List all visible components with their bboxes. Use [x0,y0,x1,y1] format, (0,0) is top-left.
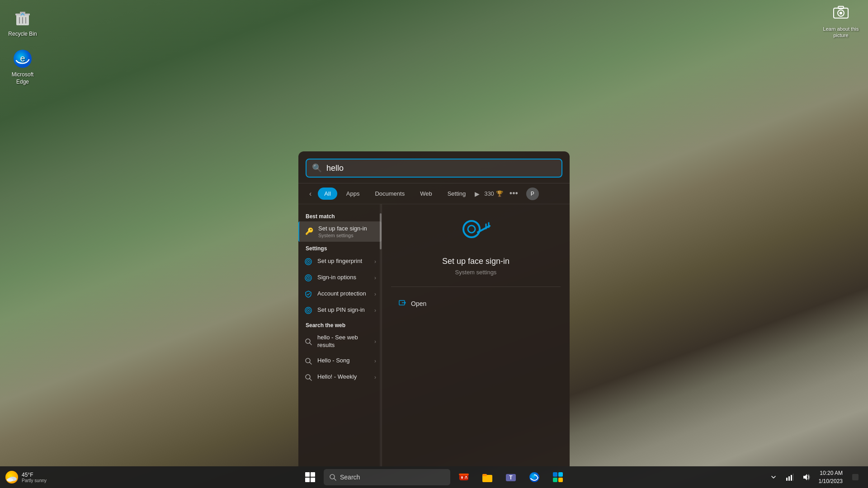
svg-line-22 [310,343,311,345]
pin-signin-arrow: › [374,307,376,314]
account-protection-icon [304,290,313,299]
search-left-panel: Best match 🔑 Set up face sign-in System … [298,204,382,466]
open-button[interactable]: Open [391,294,561,313]
svg-point-44 [465,478,466,479]
taskbar-search-icon [329,474,336,481]
taskbar-app-edge[interactable] [524,467,544,487]
search-icon: 🔍 [312,163,322,173]
svg-point-17 [308,277,309,278]
taskbar-right: 10:20 AM 1/10/2023 [766,467,868,487]
taskbar-center: Search T [300,467,568,487]
best-match-title: Set up face sign-in [318,225,376,233]
hello-web-title: hello - See web results [317,334,370,349]
best-match-item[interactable]: 🔑 Set up face sign-in System settings [298,221,382,242]
svg-rect-55 [786,478,788,481]
start-button[interactable] [300,467,320,487]
open-label: Open [411,300,426,307]
result-signin-options[interactable]: Sign-in options › [298,270,382,286]
taskbar-app-teams[interactable]: T [501,467,521,487]
taskbar-search[interactable]: Search [324,469,450,485]
svg-line-24 [310,362,311,364]
account-protection-title: Account protection [317,290,370,298]
hello-web-arrow: › [374,338,376,345]
clock[interactable]: 10:20 AM 1/10/2023 [815,467,846,487]
svg-text:T: T [509,474,513,481]
svg-rect-42 [461,477,463,478]
fingerprint-title: Set up fingerprint [317,258,370,265]
scrollbar-thumb[interactable] [380,213,382,249]
result-fingerprint[interactable]: Set up fingerprint › [298,253,382,270]
scrollbar-track[interactable] [380,204,382,466]
edge-taskbar-icon [528,471,540,483]
svg-rect-58 [793,474,793,481]
svg-point-28 [468,225,475,233]
result-pin-signin[interactable]: Set up PIN sign-in › [298,302,382,319]
fingerprint-arrow: › [374,258,376,265]
game-icon [458,471,470,483]
tab-profile-avatar[interactable]: P [526,188,539,200]
recycle-bin-label: Recycle Bin [8,31,37,38]
tray-speaker[interactable] [799,470,813,484]
svg-rect-52 [558,472,563,477]
camera-icon [818,5,863,24]
svg-rect-53 [553,478,557,482]
tab-web[interactable]: Web [414,188,439,200]
learn-picture-label: Learn about this picture [818,26,863,39]
taskbar-app-store[interactable] [548,467,568,487]
taskbar-app-game[interactable] [454,467,474,487]
tab-more-button[interactable]: ••• [506,187,522,200]
hello-web-icon [304,337,313,346]
hello-song-title: Hello - Song [317,357,370,365]
tab-apps[interactable]: Apps [340,188,366,200]
tray-network[interactable] [783,470,797,484]
hello-song-arrow: › [374,358,376,364]
search-input[interactable]: hello [326,164,556,173]
weather-widget[interactable]: 45°F Partly sunny [5,471,47,483]
svg-text:e: e [20,53,25,63]
taskbar-search-label: Search [340,474,360,481]
tray-chevron[interactable] [766,470,781,484]
hello-weekly-arrow: › [374,374,376,380]
filter-tabs: ‹ All Apps Documents Web Setting ▶ 330 🏆… [298,183,570,204]
tab-documents[interactable]: Documents [368,188,411,200]
tray-notifications[interactable] [848,470,863,484]
search-popup: 🔍 hello ‹ All Apps Documents Web Setting… [298,151,570,466]
result-large-icon [458,213,494,249]
weather-condition: Partly sunny [22,478,47,483]
weather-temp: 45°F [22,472,47,478]
tab-setting[interactable]: Setting [441,188,472,200]
pin-signin-title: Set up PIN sign-in [317,306,370,314]
teams-icon: T [505,471,517,483]
result-hello-weekly[interactable]: Hello! - Weekly › [298,369,382,385]
windows-logo [305,472,315,482]
svg-rect-51 [553,472,557,477]
clock-time: 10:20 AM [819,469,843,477]
search-box[interactable]: 🔍 hello [306,159,562,178]
learn-about-picture[interactable]: Learn about this picture [818,5,863,39]
hello-weekly-title: Hello! - Weekly [317,373,370,381]
result-hello-song[interactable]: Hello - Song › [298,353,382,369]
recycle-bin-icon[interactable]: Recycle Bin [5,5,41,41]
fingerprint-icon [304,257,313,266]
result-account-protection[interactable]: Account protection › [298,286,382,302]
svg-rect-57 [791,475,792,481]
tab-all[interactable]: All [318,188,337,200]
result-divider [391,286,561,287]
taskbar-app-file-explorer[interactable] [477,467,497,487]
back-button[interactable]: ‹ [306,188,315,200]
hello-weekly-icon [304,373,313,382]
svg-rect-40 [459,474,469,475]
file-explorer-icon [481,471,493,483]
settings-section-label: Settings [298,242,382,253]
ms-edge-label: Microsoft Edge [7,71,38,85]
signin-options-title: Sign-in options [317,274,370,282]
result-hello-web[interactable]: hello - See web results › [298,330,382,353]
result-large-title: Set up face sign-in [442,257,509,266]
search-right-panel: Set up face sign-in System settings Open [382,204,570,466]
hello-song-icon [304,357,313,366]
svg-point-14 [308,261,309,262]
tab-play-button[interactable]: ▶ [475,190,480,197]
ms-edge-icon[interactable]: e Microsoft Edge [5,45,41,88]
account-protection-arrow: › [374,291,376,297]
search-body: Best match 🔑 Set up face sign-in System … [298,204,570,466]
